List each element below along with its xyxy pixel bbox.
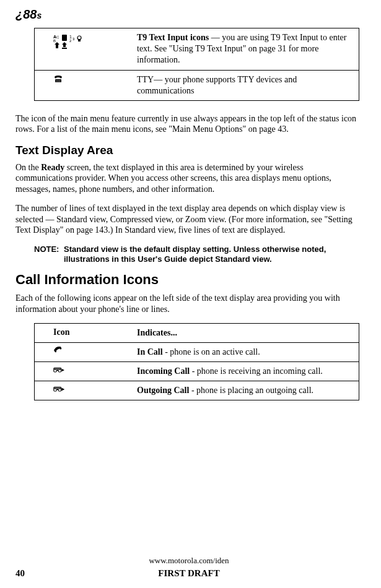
svg-text:3: 3 bbox=[72, 37, 75, 41]
para2b: Ready bbox=[41, 163, 64, 172]
incoming-rest: - phone is receiving an incoming call. bbox=[190, 366, 323, 376]
incoming-bold: Incoming Call bbox=[137, 366, 190, 376]
outgoing-rest: - phone is placing an outgoing call. bbox=[189, 386, 313, 395]
svg-point-15 bbox=[57, 81, 58, 82]
table-row: Incoming Call - phone is receiving an in… bbox=[35, 362, 359, 381]
svg-point-10 bbox=[56, 80, 56, 80]
call-icons-heading: Call Information Icons bbox=[15, 272, 362, 288]
model-header: ¿88s bbox=[15, 7, 362, 22]
note-label: NOTE: bbox=[34, 244, 64, 265]
in-call-icon bbox=[41, 347, 137, 358]
t9-icons-icon: A C B 1 3 2 bbox=[53, 33, 90, 51]
in-call-rest: - phone is on an active call. bbox=[163, 347, 260, 357]
outgoing-bold: Outgoing Call bbox=[137, 386, 189, 395]
tty-desc: TTY— your phone supports TTY devices and… bbox=[137, 74, 353, 97]
svg-point-13 bbox=[59, 80, 60, 80]
header-indicates: Indicates... bbox=[137, 327, 353, 339]
tty-icon bbox=[53, 76, 63, 85]
call-table-header: Icon Indicates... bbox=[35, 324, 359, 343]
table-row: Outgoing Call - phone is placing an outg… bbox=[35, 381, 359, 400]
svg-point-14 bbox=[56, 81, 56, 82]
in-call-bold: In Call bbox=[137, 347, 163, 357]
svg-point-11 bbox=[57, 80, 58, 80]
t9-desc: T9 Text Input icons — you are using T9 T… bbox=[137, 32, 353, 66]
svg-point-16 bbox=[58, 81, 59, 82]
table-row: TTY— your phone supports TTY devices and… bbox=[35, 71, 359, 100]
ready-screen-para: On the Ready screen, the text displayed … bbox=[15, 162, 362, 195]
footer-url: www.motorola.com/iden bbox=[15, 556, 362, 566]
t9-desc-bold: T9 Text Input icons bbox=[137, 33, 209, 42]
incoming-desc: Incoming Call - phone is receiving an in… bbox=[137, 366, 353, 377]
note-block: NOTE: Standard view is the default displ… bbox=[34, 244, 362, 265]
svg-text:1: 1 bbox=[69, 35, 72, 39]
icon-table: A C B 1 3 2 T9 Text Input icons — you ar… bbox=[34, 28, 359, 101]
text-display-heading: Text Display Area bbox=[15, 144, 362, 157]
note-text: Standard view is the default display set… bbox=[64, 244, 362, 265]
t9-icon-cell: A C B 1 3 2 bbox=[41, 32, 137, 66]
in-call-desc: In Call - phone is on an active call. bbox=[137, 347, 353, 358]
outgoing-call-icon bbox=[41, 385, 137, 396]
svg-rect-8 bbox=[62, 48, 67, 49]
outgoing-desc: Outgoing Call - phone is placing an outg… bbox=[137, 385, 353, 396]
table-row: In Call - phone is on an active call. bbox=[35, 343, 359, 362]
display-lines-para: The number of lines of text displayed in… bbox=[15, 203, 362, 236]
svg-text:C: C bbox=[56, 35, 59, 39]
svg-point-12 bbox=[58, 80, 59, 80]
draft-label: FIRST DRAFT bbox=[40, 568, 338, 579]
page-footer: www.motorola.com/iden 40 FIRST DRAFT bbox=[15, 556, 362, 579]
table-row: A C B 1 3 2 T9 Text Input icons — you ar… bbox=[35, 28, 359, 71]
model-name: ¿88 bbox=[15, 7, 37, 21]
incoming-call-icon bbox=[41, 366, 137, 377]
para2a: On the bbox=[15, 163, 41, 172]
call-icons-para: Each of the following icons appear on th… bbox=[15, 293, 362, 314]
header-icon: Icon bbox=[41, 327, 137, 339]
svg-point-17 bbox=[59, 81, 60, 82]
main-menu-para: The icon of the main menu feature curren… bbox=[15, 113, 362, 135]
model-suffix: s bbox=[37, 11, 42, 20]
call-info-table: Icon Indicates... In Call - phone is on … bbox=[34, 323, 359, 400]
tty-desc-text: TTY— your phone supports TTY devices and… bbox=[137, 75, 297, 95]
svg-rect-3 bbox=[62, 35, 67, 41]
page-number: 40 bbox=[15, 568, 40, 579]
svg-text:2: 2 bbox=[69, 39, 72, 43]
svg-text:B: B bbox=[53, 39, 56, 43]
tty-icon-cell bbox=[41, 74, 137, 97]
